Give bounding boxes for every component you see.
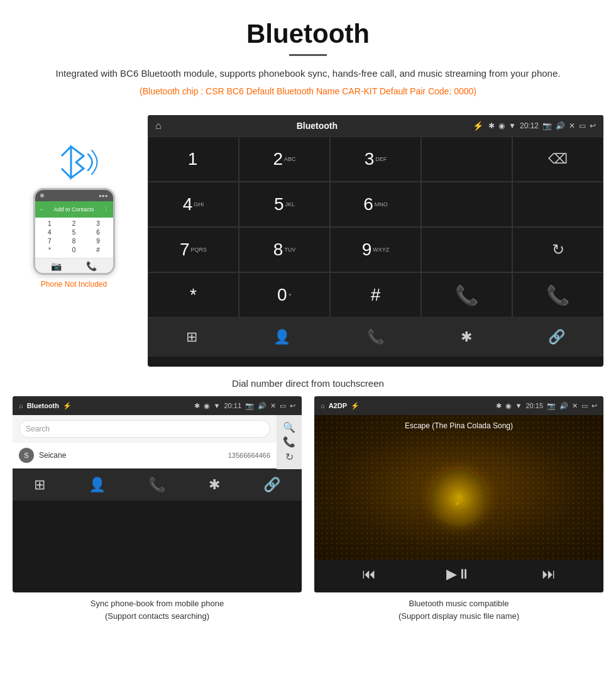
dialpad-row-1: 1 2 3 xyxy=(38,220,111,227)
phonebook-nav-apps[interactable]: ⊞ xyxy=(34,477,45,493)
page-title: Bluetooth xyxy=(38,19,578,49)
music-status-bar: ⌂ A2DP ⚡ ✱ ◉ ▼ 20:15 📷 🔊 ✕ ▭ ↩ xyxy=(314,396,603,415)
wifi-icon: ▼ xyxy=(509,121,516,130)
phone-key-star: * xyxy=(41,247,58,253)
back-icon[interactable]: ↩ xyxy=(590,121,596,130)
bottom-nav[interactable]: ⊞ 👤 📞 ✱ 🔗 xyxy=(148,318,603,357)
main-caption: Dial number direct from touchscreen xyxy=(0,373,616,396)
phonebook-list: Search S Seicane 13566664466 xyxy=(13,415,277,469)
phone-dialpad: 1 2 3 4 5 6 7 8 9 * 0 # xyxy=(35,218,113,258)
phone-key-hash: # xyxy=(89,247,107,253)
search-input-mock[interactable]: Search xyxy=(19,420,270,438)
nav-contacts-icon[interactable]: 👤 xyxy=(273,329,290,345)
dial-call-button[interactable]: 📞 xyxy=(421,272,512,318)
music-prev-icon[interactable]: ⏮ xyxy=(362,566,376,586)
nav-link-icon[interactable]: 🔗 xyxy=(548,329,565,345)
phonebook-wrapper: Search S Seicane 13566664466 🔍 📞 ↻ xyxy=(13,415,302,469)
dial-refresh[interactable]: ↻ xyxy=(512,227,603,272)
music-cam-icon: 📷 xyxy=(547,402,556,410)
phonebook-home-icon[interactable]: ⌂ xyxy=(19,402,23,409)
phone-add-label: Add to Contacts xyxy=(53,206,94,213)
dial-key-star[interactable]: * xyxy=(148,272,239,318)
phonebook-bottom-nav[interactable]: ⊞ 👤 📞 ✱ 🔗 xyxy=(13,469,302,501)
dialpad-grid[interactable]: 1 2ABC 3DEF ⌫ 4GHI 5JKL 6MNO 7PQRS 8TUV … xyxy=(148,136,603,318)
dial-key-7[interactable]: 7PQRS xyxy=(148,227,239,272)
main-section: ●●● ← Add to Contacts ⋮ 1 2 3 4 5 6 xyxy=(0,115,616,367)
home-icon[interactable]: ⌂ xyxy=(155,120,162,131)
volume-icon: 🔊 xyxy=(556,121,565,130)
dial-key-3[interactable]: 3DEF xyxy=(330,136,421,182)
dial-key-hash[interactable]: # xyxy=(330,272,421,318)
phone-key-6: 6 xyxy=(89,229,107,236)
phonebook-caption-line1: Sync phone-book from mobile phone(Suppor… xyxy=(91,599,224,621)
music-next-icon[interactable]: ⏭ xyxy=(542,566,556,586)
nav-bt-icon[interactable]: ✱ xyxy=(461,329,472,345)
nav-apps-icon[interactable]: ⊞ xyxy=(186,329,197,345)
phone-not-included-label: Phone Not Included xyxy=(41,280,107,289)
screen-icon: ▭ xyxy=(579,121,586,130)
dial-key-6[interactable]: 6MNO xyxy=(330,182,421,227)
camera-icon: 📷 xyxy=(542,121,552,130)
phonebook-time: 20:11 xyxy=(224,402,241,409)
contact-initial: S xyxy=(24,452,28,459)
phone-key-5: 5 xyxy=(65,229,82,236)
music-wifi-icon: ▼ xyxy=(515,402,522,409)
nav-phone-icon[interactable]: 📞 xyxy=(367,329,384,345)
dial-key-8[interactable]: 8TUV xyxy=(239,227,330,272)
phonebook-nav-bt[interactable]: ✱ xyxy=(209,477,220,493)
dial-key-4[interactable]: 4GHI xyxy=(148,182,239,227)
phonebook-caption: Sync phone-book from mobile phone(Suppor… xyxy=(13,592,302,627)
contact-avatar: S xyxy=(19,448,34,463)
phone-call-icon: 📷 xyxy=(51,261,62,271)
phonebook-nav-phone[interactable]: 📞 xyxy=(148,477,165,493)
dial-key-9[interactable]: 9WXYZ xyxy=(330,227,421,272)
music-panel[interactable]: ⌂ A2DP ⚡ ✱ ◉ ▼ 20:15 📷 🔊 ✕ ▭ ↩ Escape (T… xyxy=(314,396,603,592)
location-icon: ◉ xyxy=(498,121,505,130)
phonebook-back-icon[interactable]: ↩ xyxy=(290,402,295,410)
side-search-icon[interactable]: 🔍 xyxy=(283,421,295,433)
dial-sub-7: PQRS xyxy=(191,247,207,253)
phonebook-nav-link[interactable]: 🔗 xyxy=(263,477,280,493)
contact-row[interactable]: S Seicane 13566664466 xyxy=(13,443,277,469)
music-caption: Bluetooth music compatible(Support displ… xyxy=(314,592,603,627)
phonebook-side-nav: 🔍 📞 ↻ xyxy=(277,415,302,469)
phone-key-0: 0 xyxy=(65,247,82,253)
dial-backspace[interactable]: ⌫ xyxy=(512,136,603,182)
phone-camera-dot xyxy=(40,194,44,197)
phonebook-panel[interactable]: ⌂ Bluetooth ⚡ ✱ ◉ ▼ 20:11 📷 🔊 ✕ ▭ ↩ xyxy=(13,396,302,592)
music-usb-icon: ⚡ xyxy=(351,402,360,410)
phone-green-call-icon: 📞 xyxy=(86,261,97,271)
specs-line: (Bluetooth chip : CSR BC6 Default Blueto… xyxy=(38,86,578,96)
side-refresh-icon[interactable]: ↻ xyxy=(285,451,294,463)
dial-key-1[interactable]: 1 xyxy=(148,136,239,182)
music-controls[interactable]: ⏮ ▶⏸ ⏭ xyxy=(314,560,603,592)
phonebook-loc-icon: ◉ xyxy=(204,402,210,410)
contact-name: Seicane xyxy=(39,451,228,460)
dial-key-2[interactable]: 2ABC xyxy=(239,136,330,182)
time-display: 20:12 xyxy=(520,121,539,130)
svg-line-2 xyxy=(62,147,71,156)
large-screen[interactable]: ⌂ Bluetooth ⚡ ✱ ◉ ▼ 20:12 📷 🔊 ✕ ▭ ↩ 1 2A… xyxy=(148,115,603,367)
dial-end-button[interactable]: 📞 xyxy=(512,272,603,318)
music-home-icon[interactable]: ⌂ xyxy=(321,402,325,409)
dial-sub-3: DEF xyxy=(375,156,387,162)
phonebook-usb-icon: ⚡ xyxy=(63,402,72,410)
search-bar: Search xyxy=(13,415,277,443)
svg-line-1 xyxy=(62,169,71,178)
music-back-icon[interactable]: ↩ xyxy=(591,402,597,410)
phone-top-bar: ●●● xyxy=(35,190,113,201)
dial-key-5[interactable]: 5JKL xyxy=(239,182,330,227)
music-inner: Escape (The Pina Colada Song) ♪ xyxy=(314,415,603,560)
phonebook-x-icon: ✕ xyxy=(270,402,276,410)
music-play-pause-icon[interactable]: ▶⏸ xyxy=(446,566,471,586)
dial-key-0[interactable]: 0+ xyxy=(239,272,330,318)
music-disc-area: ♪ xyxy=(431,436,487,560)
usb-icon: ⚡ xyxy=(473,121,483,131)
phone-key-9: 9 xyxy=(89,238,107,245)
phonebook-nav-user[interactable]: 👤 xyxy=(89,477,106,493)
dial-sub-4: GHI xyxy=(194,201,204,208)
dial-empty-3 xyxy=(512,182,603,227)
phone-area: ●●● ← Add to Contacts ⋮ 1 2 3 4 5 6 xyxy=(13,115,135,367)
side-phone-icon[interactable]: 📞 xyxy=(283,436,295,448)
dial-sub-9: WXYZ xyxy=(373,247,389,253)
